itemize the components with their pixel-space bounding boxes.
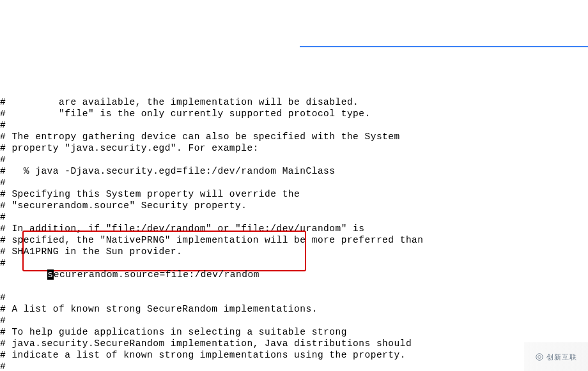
config-line: # xyxy=(0,211,588,223)
config-line: # The entropy gathering device can also … xyxy=(0,131,588,142)
config-line: # java.security.SecureRandom implementat… xyxy=(0,338,588,349)
cursor: s xyxy=(47,269,54,280)
config-line: # specified, the "NativePRNG" implementa… xyxy=(0,234,588,246)
config-line: # property "java.security.egd". For exam… xyxy=(0,142,588,154)
progress-bar xyxy=(300,46,588,47)
config-line: # "securerandom.source" Security propert… xyxy=(0,200,588,211)
svg-point-0 xyxy=(536,353,543,360)
config-line: # In addition, if "file:/dev/random" or … xyxy=(0,223,588,234)
config-line: # xyxy=(0,361,588,371)
config-line-highlighted: securerandom.source=file:/dev/random xyxy=(0,269,588,280)
config-line: # A list of known strong SecureRandom im… xyxy=(0,303,588,315)
config-line xyxy=(0,280,588,292)
config-line: # xyxy=(0,177,588,188)
config-line: # are available, the implementation will… xyxy=(0,96,588,108)
config-line: # xyxy=(0,119,588,131)
watermark-text: 创新互联 xyxy=(546,351,577,363)
config-line: # To help guide applications in selectin… xyxy=(0,326,588,338)
config-line: # % java -Djava.security.egd=file:/dev/r… xyxy=(0,165,588,177)
config-line: # xyxy=(0,257,588,269)
config-line: # xyxy=(0,315,588,326)
config-line: # Specifying this System property will o… xyxy=(0,188,588,200)
config-line: # xyxy=(0,292,588,303)
watermark-logo: 创新互联 xyxy=(524,342,588,371)
config-line: # xyxy=(0,154,588,165)
editor-content[interactable]: # are available, the implementation will… xyxy=(0,73,588,371)
config-line: # SHA1PRNG in the Sun provider. xyxy=(0,246,588,257)
config-line: # indicate a list of known strong implem… xyxy=(0,349,588,361)
config-line: # "file" is the only currently supported… xyxy=(0,108,588,119)
